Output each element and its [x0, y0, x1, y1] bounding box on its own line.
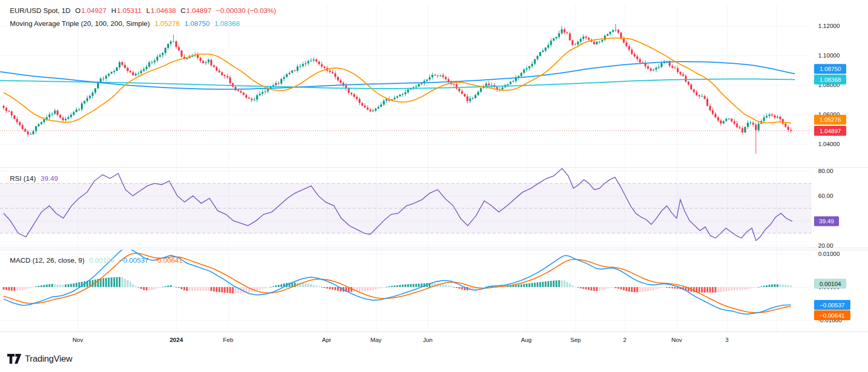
- rsi-label: RSI (14): [10, 175, 36, 182]
- macd-histogram-value: 0.00104: [89, 256, 115, 264]
- svg-text:0.01000: 0.01000: [818, 251, 840, 257]
- price-badge-1: 1.08368: [814, 75, 846, 84]
- grid-horizontal: [0, 26, 811, 320]
- ohlc-low: L1.04638: [146, 7, 176, 15]
- price-axis[interactable]: 1.120001.100001.080001.060001.0400080.00…: [811, 0, 868, 332]
- ohlc-close: C1.04897: [180, 7, 212, 15]
- svg-text:1.05276: 1.05276: [819, 117, 841, 123]
- svg-text:Jun: Jun: [423, 337, 433, 343]
- svg-text:60.00: 60.00: [818, 193, 833, 199]
- svg-text:Nov: Nov: [73, 337, 83, 343]
- chart-canvas[interactable]: 1.120001.100001.080001.060001.0400080.00…: [0, 0, 868, 348]
- svg-text:1.04000: 1.04000: [818, 141, 840, 147]
- tradingview-chart-window: 1.120001.100001.080001.060001.0400080.00…: [0, 0, 868, 372]
- price-badge-2: 1.05276: [814, 115, 846, 125]
- ma-indicator-label: Moving Average Triple (20, 100, 200, Sim…: [10, 20, 150, 27]
- rsi-indicator-header[interactable]: RSI (14) 39.49: [10, 175, 58, 182]
- macd-signal-value: −0.00641: [153, 256, 183, 264]
- svg-text:3: 3: [725, 337, 729, 343]
- svg-text:−0.00641: −0.00641: [820, 312, 845, 319]
- svg-text:39.49: 39.49: [819, 218, 834, 224]
- svg-text:Aug: Aug: [521, 337, 531, 343]
- svg-text:Sep: Sep: [570, 337, 581, 343]
- svg-text:Apr: Apr: [322, 337, 331, 343]
- ma200-value: 1.08368: [215, 20, 240, 27]
- svg-text:80.00: 80.00: [818, 168, 833, 174]
- ma20-value: 1.05276: [155, 20, 180, 27]
- moving-averages: [0, 38, 795, 123]
- macd-badge-2: −0.00641: [814, 310, 850, 320]
- svg-text:−0.00537: −0.00537: [820, 302, 845, 308]
- svg-text:2: 2: [623, 337, 626, 343]
- svg-text:1.10000: 1.10000: [818, 52, 840, 59]
- svg-text:1.04897: 1.04897: [819, 128, 841, 134]
- rsi-value: 39.49: [40, 175, 58, 182]
- svg-text:Feb: Feb: [223, 337, 233, 343]
- macd-badge-0: 0.00104: [814, 279, 846, 289]
- ma-indicator-header[interactable]: Moving Average Triple (20, 100, 200, Sim…: [10, 20, 240, 27]
- symbol-title: EUR/USD Spot, 1D: [10, 7, 71, 15]
- svg-text:20.00: 20.00: [818, 242, 833, 249]
- macd-label: MACD (12, 26, close, 9): [10, 256, 85, 264]
- rsi-band: [0, 183, 811, 233]
- macd-indicator-header[interactable]: MACD (12, 26, close, 9) 0.00104 −0.00537…: [10, 256, 183, 264]
- ma100-value: 1.08750: [185, 20, 210, 27]
- ohlc-high: H1.05311: [111, 7, 142, 15]
- rsi-badge: 39.49: [814, 217, 839, 226]
- svg-text:0.00104: 0.00104: [819, 281, 841, 287]
- ohlc-open: O1.04927: [75, 7, 106, 15]
- macd-line-value: −0.00537: [119, 256, 149, 264]
- tradingview-logo[interactable]: TradingView: [7, 354, 72, 364]
- macd-badge-1: −0.00537: [814, 300, 850, 310]
- change-value: −0.00030 (−0.03%): [216, 7, 276, 15]
- time-axis[interactable]: Nov2024FebAprMayJunAugSep2Nov3: [0, 332, 868, 348]
- svg-text:2024: 2024: [170, 337, 183, 343]
- symbol-header[interactable]: EUR/USD Spot, 1D O1.04927 H1.05311 L1.04…: [10, 7, 276, 15]
- svg-text:1.08750: 1.08750: [819, 66, 841, 72]
- svg-text:1.08368: 1.08368: [819, 77, 841, 83]
- svg-text:May: May: [370, 337, 382, 343]
- svg-text:1.12000: 1.12000: [818, 23, 840, 29]
- price-badge-3: 1.04897: [814, 126, 846, 136]
- tradingview-logo-text: TradingView: [25, 354, 72, 364]
- svg-text:Nov: Nov: [671, 337, 682, 343]
- tradingview-logo-icon: [7, 354, 21, 364]
- price-badge-0: 1.08750: [814, 64, 846, 74]
